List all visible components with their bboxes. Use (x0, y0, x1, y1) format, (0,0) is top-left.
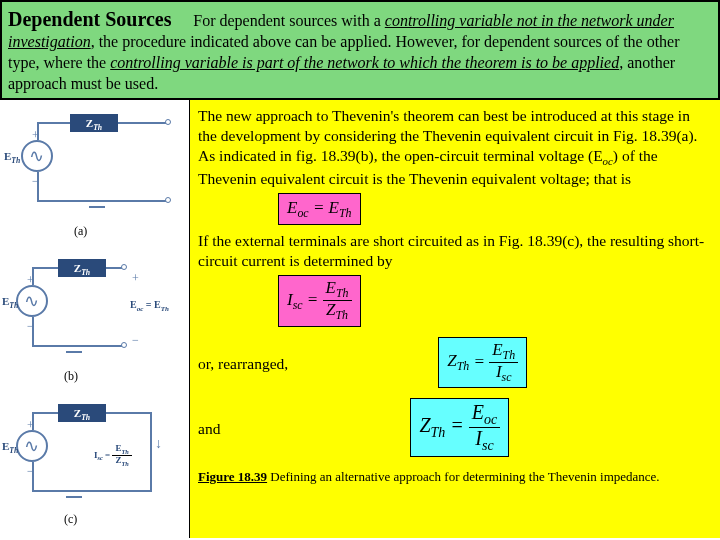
t-it: controlling variable is part of the netw… (110, 54, 619, 71)
equation-3: ZTh = EThIsc (438, 337, 527, 389)
fig-label-b: (b) (64, 369, 78, 384)
source-icon (16, 285, 48, 317)
terminal-icon (121, 264, 127, 270)
terminal-icon (165, 197, 171, 203)
figure-caption: Figure 18.39 Defining an alternative app… (198, 469, 712, 486)
text-column: The new approach to Thevenin's theorem c… (190, 100, 720, 538)
source-icon (16, 430, 48, 462)
para-3: or, rearranged, (198, 354, 288, 374)
impedance-box: ZTh (58, 404, 106, 422)
eth-label: ETh (2, 295, 18, 310)
para-2: If the external terminals are short circ… (198, 231, 712, 271)
t: For dependent sources with a (193, 12, 385, 29)
eoc-label: Eoc = ETh (130, 299, 169, 313)
section-title: Dependent Sources (8, 8, 172, 30)
circuit-c: ZTh + − ETh ↓ Isc = EThZTh (c) (2, 394, 187, 534)
equation-4: ZTh = EocIsc (410, 398, 509, 457)
caption-text: Defining an alternative approach for det… (267, 469, 660, 484)
current-arrow-icon: ↓ (155, 436, 162, 452)
circuit-a: ZTh + − ETh (a) (2, 104, 187, 244)
terminal-icon (121, 342, 127, 348)
source-icon (21, 140, 53, 172)
impedance-box: ZTh (70, 114, 118, 132)
terminal-icon (165, 119, 171, 125)
equation-1: Eoc = ETh (278, 193, 361, 226)
impedance-box: ZTh (58, 259, 106, 277)
caption-num: Figure 18.39 (198, 469, 267, 484)
para-1: The new approach to Thevenin's theorem c… (198, 106, 712, 188)
main-row: ZTh + − ETh (a) ZTh + − ETh (0, 100, 720, 538)
figure-column: ZTh + − ETh (a) ZTh + − ETh (0, 100, 190, 538)
fig-label-c: (c) (64, 512, 77, 527)
isc-label: Isc = EThZTh (94, 444, 132, 467)
eth-label: ETh (2, 440, 18, 455)
circuit-b: ZTh + − ETh + − Eoc = ETh (b) (2, 249, 187, 389)
para-4: and (198, 419, 220, 439)
header-box: Dependent Sources For dependent sources … (0, 0, 720, 100)
eth-label: ETh (4, 150, 20, 165)
equation-2: Isc = EThZTh (278, 275, 361, 327)
fig-label-a: (a) (74, 224, 87, 239)
